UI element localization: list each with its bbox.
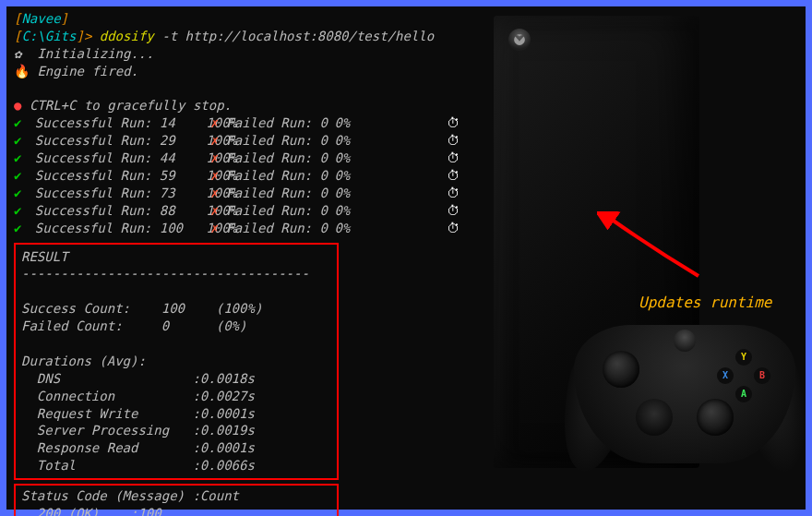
duration-row: Request Write :0.0001s: [21, 405, 331, 423]
duration-row: Response Read :0.0001s: [21, 439, 331, 457]
annotation-label: Updates runtime: [639, 293, 772, 313]
failed-count: Failed Count: 0 (0%): [21, 318, 331, 335]
duration-row: Server Processing :0.0019s: [21, 422, 331, 439]
result-rule: -------------------------------------: [21, 265, 331, 282]
duration-row: Connection :0.0027s: [21, 388, 331, 405]
xbox-glyph-icon: [513, 33, 526, 46]
success-count: Success Count: 100 (100%): [21, 300, 331, 318]
result-box: RESULT ---------------------------------…: [14, 243, 339, 481]
durations-title: Durations (Avg):: [21, 353, 331, 370]
xbox-logo-icon: [508, 29, 531, 51]
duration-row: DNS :0.0018s: [21, 370, 331, 388]
status-row: 200 (OK) :100: [21, 505, 331, 516]
terminal-window[interactable]: Y X B A Updates runtime [Navee] [C:\Gits…: [6, 6, 806, 510]
xbox-controller: Y X B A: [569, 316, 800, 473]
result-title: RESULT: [21, 248, 331, 266]
status-header: Status Code (Message) :Count: [21, 487, 331, 505]
status-box: Status Code (Message) :Count 200 (OK) :1…: [14, 484, 339, 516]
duration-row: Total :0.0066s: [21, 457, 331, 474]
